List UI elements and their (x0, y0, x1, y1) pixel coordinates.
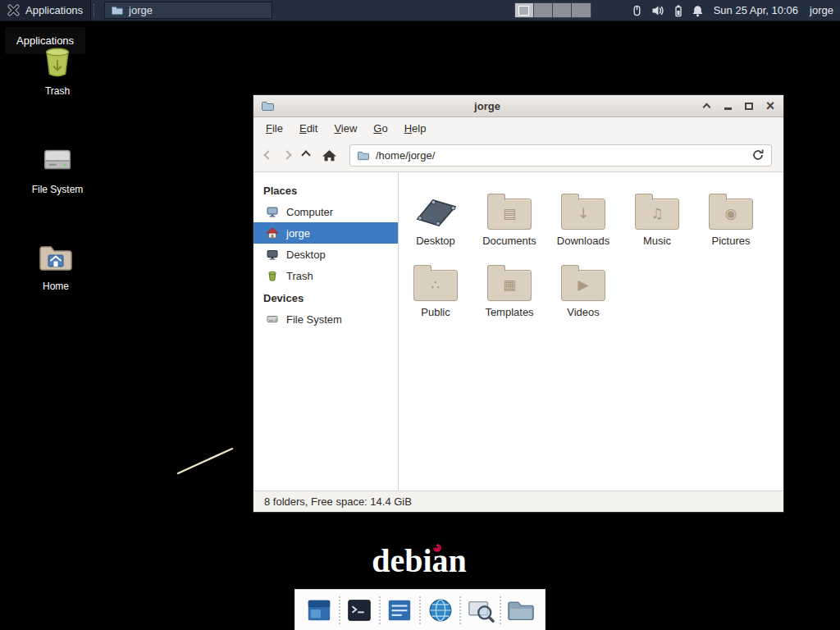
bottom-dock (294, 589, 546, 630)
sidebar: Places Computer jorge (253, 172, 399, 491)
sidebar-item-computer[interactable]: Computer (253, 201, 398, 222)
minimize-button[interactable] (722, 100, 733, 112)
downloads-emblem-icon: ↓ (578, 207, 589, 221)
mouse-icon[interactable] (631, 4, 643, 17)
folder-icon: ↓ (561, 199, 605, 230)
bell-icon[interactable] (692, 4, 704, 17)
trash-icon (266, 269, 279, 282)
computer-icon (266, 205, 279, 218)
menu-item-view[interactable]: View (326, 120, 364, 137)
desktop-icon-file-system[interactable]: File System (20, 141, 95, 195)
debian-wallpaper-logo: debian (321, 541, 518, 580)
music-emblem-icon: ♫ (651, 207, 663, 221)
workspace-4[interactable] (572, 3, 591, 17)
dock-launcher-web-browser[interactable] (425, 594, 456, 627)
top-panel: Applications jorge Sun 2 (0, 0, 840, 21)
file-label: Music (643, 235, 671, 247)
battery-icon[interactable] (673, 4, 683, 17)
file-templates[interactable]: ▦ Templates (472, 257, 546, 318)
folder-icon: ▤ (487, 199, 532, 230)
sidebar-item-jorge[interactable]: jorge (253, 222, 398, 244)
home-icon (266, 226, 279, 240)
file-manager-window: jorge File Edit View Go Help /home/jorge… (253, 94, 784, 513)
folder-icon (111, 5, 123, 16)
up-button[interactable] (301, 150, 310, 159)
file-public[interactable]: ∴ Public (399, 257, 472, 318)
shade-button[interactable] (701, 100, 712, 112)
sidebar-item-file-system[interactable]: File System (253, 308, 398, 330)
terminal-icon (345, 596, 373, 624)
dock-separator (339, 596, 340, 624)
dock-launcher-terminal-alt[interactable] (384, 594, 415, 627)
public-emblem-icon: ∴ (431, 278, 441, 292)
shade-icon (702, 103, 710, 112)
home-button[interactable] (322, 148, 337, 162)
workspace-switcher[interactable] (514, 2, 591, 18)
close-button[interactable] (765, 100, 776, 112)
clock[interactable]: Sun 25 Apr, 10:06 (714, 4, 798, 16)
file-downloads[interactable]: ↓ Downloads (546, 185, 620, 247)
dock-launcher-terminal[interactable] (344, 594, 375, 627)
taskbar-button-label: jorge (129, 4, 153, 16)
volume-icon[interactable] (651, 4, 665, 17)
workspace-3[interactable] (553, 3, 572, 17)
window-icon (305, 596, 333, 624)
file-label: Public (421, 306, 450, 318)
file-videos[interactable]: ▶ Videos (546, 257, 620, 318)
titlebar[interactable]: jorge (253, 95, 783, 117)
minimize-icon (724, 107, 732, 110)
dock-launcher-desktop[interactable] (304, 594, 335, 627)
statusbar: 8 folders, Free space: 14.4 GiB (253, 491, 783, 512)
reload-button[interactable] (751, 148, 765, 162)
location-bar[interactable]: /home/jorge/ (349, 144, 772, 167)
file-desktop[interactable]: Desktop (399, 185, 472, 247)
documents-emblem-icon: ▤ (503, 207, 516, 221)
sidebar-item-label: Computer (286, 206, 333, 218)
applications-menu-button[interactable]: Applications (0, 0, 91, 21)
desktop-icon-label: File System (32, 184, 84, 195)
forward-button[interactable] (282, 150, 291, 159)
user-label[interactable]: jorge (810, 4, 833, 16)
sidebar-item-trash[interactable]: Trash (253, 265, 398, 286)
debian-logo-text: debian (372, 542, 467, 579)
trash-icon (39, 43, 76, 80)
dock-launcher-file-manager[interactable] (505, 594, 536, 627)
file-music[interactable]: ♫ Music (620, 185, 694, 247)
menubar: File Edit View Go Help (253, 117, 783, 139)
dock-launcher-app-finder[interactable] (465, 594, 496, 627)
menu-item-file[interactable]: File (258, 120, 290, 137)
menu-item-edit[interactable]: Edit (292, 120, 325, 137)
taskbar-button-jorge[interactable]: jorge (104, 2, 272, 19)
workspace-1[interactable] (515, 3, 534, 17)
file-pictures[interactable]: ◉ Pictures (694, 185, 768, 247)
file-label: Downloads (557, 235, 609, 247)
reload-icon (751, 148, 765, 162)
window-title: jorge (274, 100, 701, 112)
desktop-icon-home[interactable]: Home (18, 240, 94, 292)
browser-globe-icon (427, 596, 454, 624)
folder-icon: ◉ (709, 199, 753, 230)
file-documents[interactable]: ▤ Documents (472, 185, 546, 247)
desktop-icon (266, 248, 279, 261)
maximize-icon (745, 103, 753, 110)
debian-swirl-icon (432, 543, 442, 553)
home-folder-icon (36, 240, 75, 276)
desktop-icon-trash[interactable]: Trash (20, 43, 95, 97)
drive-icon (39, 141, 76, 179)
maximize-button[interactable] (743, 100, 755, 112)
menu-item-go[interactable]: Go (366, 120, 395, 137)
path-folder-icon (357, 150, 369, 161)
window-controls (701, 100, 776, 112)
sidebar-item-desktop[interactable]: Desktop (253, 244, 398, 265)
places-header: Places (253, 179, 398, 201)
menu-item-help[interactable]: Help (397, 120, 434, 137)
statusbar-text: 8 folders, Free space: 14.4 GiB (264, 495, 412, 508)
workspace-2[interactable] (534, 3, 553, 17)
dock-separator (459, 596, 461, 624)
folder-icon: ▶ (561, 270, 605, 301)
system-tray (631, 4, 704, 17)
file-view[interactable]: Desktop ▤ Documents ↓ Downloads (399, 172, 783, 491)
folder-icon: ♫ (635, 199, 679, 230)
sidebar-item-label: Desktop (286, 249, 326, 261)
back-button[interactable] (263, 150, 272, 159)
